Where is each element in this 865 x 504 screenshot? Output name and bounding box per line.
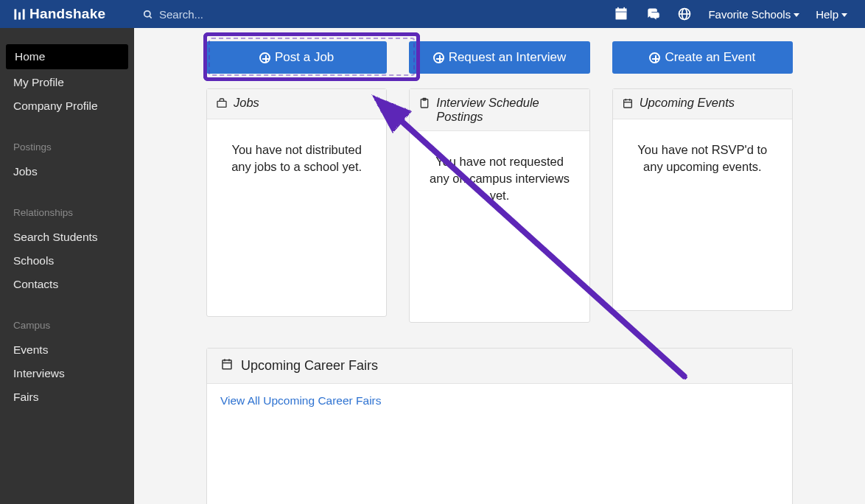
main-content: Post a Job Jobs You have not distributed… (134, 28, 865, 504)
svg-rect-0 (14, 9, 16, 19)
search-icon (143, 10, 153, 20)
column-jobs: Post a Job Jobs You have not distributed… (206, 41, 387, 323)
column-events: Create an Event Upcoming Events You have… (612, 41, 793, 323)
sidebar-item-my-profile[interactable]: My Profile (0, 72, 134, 93)
topbar: Handshake Favorite Schools Help (0, 0, 865, 28)
request-interview-label: Request an Interview (449, 50, 567, 65)
svg-rect-20 (223, 360, 231, 369)
search-wrap (134, 8, 614, 21)
panel-interviews-body: You have not requested any on campus int… (410, 131, 589, 226)
clipboard-icon (419, 97, 430, 112)
panel-interviews-title: Interview Schedule Postings (436, 96, 580, 124)
svg-rect-1 (18, 12, 21, 19)
panel-events-head: Upcoming Events (613, 89, 792, 119)
post-job-button[interactable]: Post a Job (206, 41, 387, 74)
search-input[interactable] (159, 8, 351, 21)
sidebar-item-interviews[interactable]: Interviews (0, 363, 134, 384)
sidebar-item-search-students[interactable]: Search Students (0, 227, 134, 248)
sidebar-item-events[interactable]: Events (0, 340, 134, 360)
panel-jobs-body: You have not distributed any jobs to a s… (207, 119, 386, 197)
favorite-schools-label: Favorite Schools (708, 8, 791, 21)
logo-icon (13, 8, 26, 21)
panel-career-fairs-body: View All Upcoming Career Fairs (207, 384, 792, 504)
plus-circle-icon (259, 52, 270, 63)
panel-jobs: Jobs You have not distributed any jobs t… (206, 88, 387, 317)
create-event-button[interactable]: Create an Event (612, 41, 793, 74)
chat-icon[interactable] (645, 7, 661, 21)
sidebar-section-relationships: Relationships (0, 207, 134, 218)
help-dropdown[interactable]: Help (816, 8, 847, 21)
plus-circle-icon (433, 52, 444, 63)
sidebar: Home My Profile Company Profile Postings… (0, 28, 134, 504)
create-event-label: Create an Event (665, 50, 755, 65)
globe-icon[interactable] (677, 7, 692, 21)
sidebar-section-postings: Postings (0, 141, 134, 153)
panel-career-fairs: Upcoming Career Fairs View All Upcoming … (206, 348, 793, 504)
calendar-small-icon (220, 357, 234, 374)
sidebar-item-fairs[interactable]: Fairs (0, 387, 134, 407)
svg-rect-9 (624, 7, 626, 10)
panel-interviews: Interview Schedule Postings You have not… (409, 88, 589, 323)
svg-rect-8 (617, 7, 619, 10)
help-label: Help (816, 8, 838, 21)
brand-logo[interactable]: Handshake (0, 6, 134, 22)
svg-rect-13 (217, 101, 226, 107)
svg-rect-2 (23, 9, 25, 19)
post-job-label: Post a Job (275, 50, 334, 65)
svg-rect-7 (616, 9, 627, 12)
topbar-right: Favorite Schools Help (614, 7, 865, 21)
briefcase-icon (216, 97, 228, 112)
svg-line-4 (150, 15, 152, 18)
view-all-fairs-link[interactable]: View All Upcoming Career Fairs (220, 394, 382, 407)
caret-down-icon (794, 13, 799, 17)
calendar-icon[interactable] (614, 7, 628, 21)
favorite-schools-dropdown[interactable]: Favorite Schools (708, 8, 799, 21)
sidebar-item-contacts[interactable]: Contacts (0, 274, 134, 295)
column-interviews: Request an Interview Interview Schedule … (409, 41, 589, 323)
panel-events-body: You have not RSVP'd to any upcoming even… (613, 119, 792, 197)
panel-jobs-head: Jobs (207, 89, 386, 119)
calendar-small-icon (622, 97, 634, 112)
svg-rect-16 (623, 99, 631, 108)
caret-down-icon (841, 13, 847, 17)
sidebar-item-company-profile[interactable]: Company Profile (0, 96, 134, 116)
sidebar-item-home[interactable]: Home (6, 44, 128, 69)
plus-circle-icon (649, 52, 660, 63)
panel-events: Upcoming Events You have not RSVP'd to a… (612, 88, 793, 311)
dashboard-columns: Post a Job Jobs You have not distributed… (147, 41, 852, 323)
sidebar-item-jobs[interactable]: Jobs (0, 161, 134, 182)
request-interview-button[interactable]: Request an Interview (409, 41, 589, 74)
panel-interviews-head: Interview Schedule Postings (410, 89, 589, 131)
panel-jobs-title: Jobs (234, 96, 259, 110)
brand-text: Handshake (29, 6, 105, 22)
sidebar-section-campus: Campus (0, 320, 134, 331)
panel-career-fairs-head: Upcoming Career Fairs (207, 349, 792, 384)
panel-events-title: Upcoming Events (640, 96, 735, 110)
career-fairs-title: Upcoming Career Fairs (241, 358, 378, 374)
sidebar-item-schools[interactable]: Schools (0, 251, 134, 271)
svg-point-3 (144, 10, 150, 16)
